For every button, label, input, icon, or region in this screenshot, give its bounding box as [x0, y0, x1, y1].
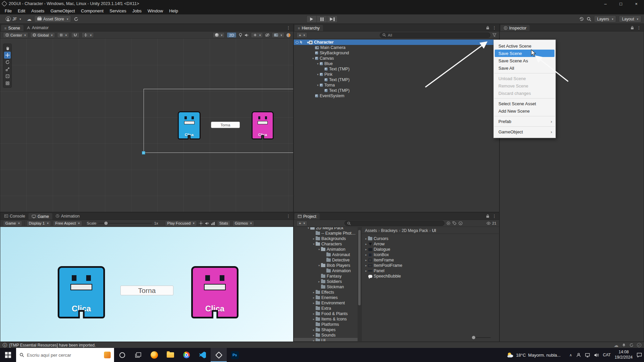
menu-item-set-active-scene[interactable]: Set Active Scene [494, 42, 555, 50]
hierarchy-item-text-tmp[interactable]: Text (TMP) [294, 77, 499, 82]
menu-item-select-scene-asset[interactable]: Select Scene Asset [494, 100, 555, 107]
step-button[interactable] [327, 15, 338, 23]
project-search-input[interactable] [344, 221, 444, 226]
taskbar-app-unity[interactable] [211, 348, 227, 362]
draw-mode-dropdown[interactable] [213, 32, 225, 38]
folder-enemies[interactable]: ▸Enemies [294, 295, 358, 300]
project-menu-icon[interactable]: ⋮ [492, 214, 496, 218]
scene-viewport[interactable]: Clica Torna Clica [0, 39, 293, 212]
taskbar-app-explorer[interactable] [162, 348, 178, 362]
taskbar-app-chrome[interactable] [178, 348, 195, 362]
folder-sounds[interactable]: ▸Sounds [294, 333, 358, 338]
menu-file[interactable]: File [2, 7, 15, 14]
folder-platforms[interactable]: Platforms [294, 322, 358, 327]
thumbnail-size-knob[interactable] [472, 336, 475, 339]
network-icon[interactable] [585, 353, 590, 357]
taskbar-app-vscode[interactable] [195, 348, 211, 362]
ready-status-icon[interactable]: ✓ [637, 343, 641, 347]
menu-item-save-scene-as[interactable]: Save Scene As [494, 57, 555, 64]
menu-item-prefab[interactable]: Prefab› [494, 118, 555, 125]
scene-effects-dropdown[interactable] [251, 32, 263, 38]
search-icon[interactable] [587, 17, 591, 21]
crumb-assets[interactable]: Assets [365, 228, 377, 233]
asset-info-icon[interactable] [459, 221, 463, 225]
visibility-gutter-icon[interactable] [295, 41, 299, 44]
game-viewport[interactable]: Clica Torna Clica [0, 227, 293, 342]
folder-ui[interactable]: ▸UI [294, 338, 358, 341]
menu-item-save-scene[interactable]: Save Scene [495, 50, 554, 57]
folder-2d-mega-pack[interactable]: ▾2D Mega Pack [294, 227, 358, 231]
start-button[interactable] [0, 348, 16, 362]
gizmos-toggle-icon[interactable] [286, 33, 290, 37]
undo-history-icon[interactable] [579, 16, 584, 21]
status-message[interactable]: [TMP Essential Resources] have been impo… [9, 343, 96, 348]
move-tool[interactable] [4, 52, 11, 59]
play-focused-dropdown[interactable]: Play Focused [165, 221, 197, 226]
folder-environment[interactable]: ▸Environment [294, 300, 358, 306]
folder-blob-players[interactable]: ▾Blob Players [294, 263, 358, 268]
hierarchy-item-torna[interactable]: ▾Torna [294, 82, 499, 88]
search-highlight-icon[interactable] [104, 352, 111, 358]
hierarchy-menu-icon[interactable]: ⋮ [492, 26, 496, 30]
game-menu-icon[interactable]: ⋮ [286, 214, 290, 218]
folder-stickman[interactable]: Stickman [294, 284, 358, 290]
rotate-tool[interactable] [4, 59, 11, 66]
asset-dialogue[interactable]: ▸Dialogue [364, 247, 499, 252]
hidden-count-indicator[interactable]: 21 [486, 221, 496, 225]
scene-audio-icon[interactable] [245, 33, 249, 37]
crumb-2d-mega-pack[interactable]: 2D Mega Pack [401, 228, 428, 233]
snap-increment-button[interactable] [71, 32, 79, 38]
play-button[interactable] [307, 15, 317, 23]
action-center-icon[interactable] [637, 353, 642, 358]
taskbar-app-firefox[interactable] [146, 348, 162, 362]
folder-animation-blob[interactable]: Animation [294, 268, 358, 274]
tree-scrollbar[interactable] [358, 227, 361, 341]
tab-game[interactable]: Game [29, 213, 52, 220]
tray-expand-icon[interactable]: ∧ [569, 353, 572, 357]
display-dropdown[interactable]: Display 1 [26, 221, 51, 226]
tab-inspector[interactable]: Inspector [500, 25, 530, 31]
tab-animation[interactable]: Animation [52, 213, 83, 220]
game-blue-character[interactable]: Clica [58, 266, 105, 318]
menu-assets[interactable]: Assets [28, 7, 47, 14]
metrics-icon[interactable] [211, 222, 215, 225]
tab-console[interactable]: Console [1, 213, 29, 220]
asset-arrow[interactable]: ▸Arrow [364, 241, 499, 247]
folder-detective[interactable]: Detective [294, 257, 358, 263]
asset-itemframe[interactable]: ▸ItemFrame [364, 257, 499, 263]
scene-visibility-icon[interactable] [265, 33, 270, 37]
canvas-pivot-handle[interactable] [142, 151, 145, 155]
search-filter-icon[interactable] [492, 33, 496, 37]
asset-iconbox[interactable]: ▸IconBox [364, 252, 499, 257]
sync-icon[interactable] [74, 17, 78, 21]
pause-button[interactable] [317, 15, 327, 23]
inspector-menu-icon[interactable]: ⋮ [637, 26, 641, 30]
vsync-icon[interactable] [199, 221, 203, 225]
add-object-button[interactable]: + [297, 32, 307, 38]
hierarchy-item-pink[interactable]: ▾Pink [294, 72, 499, 77]
rect-tool[interactable] [4, 73, 11, 80]
cloud-status-icon[interactable]: ☁ [614, 343, 619, 348]
tab-animator[interactable]: Animator [23, 24, 52, 31]
cortana-button[interactable] [114, 348, 130, 362]
folder-effects[interactable]: ▸Effects [294, 290, 358, 295]
mode-2d-button[interactable]: 2D [227, 32, 236, 38]
asset-cursors[interactable]: ▸Cursors [364, 236, 499, 241]
folder-backgrounds[interactable]: ▸Backgrounds [294, 236, 358, 241]
tab-project[interactable]: Project [294, 213, 320, 220]
close-button[interactable]: × [629, 0, 644, 7]
game-torna-button[interactable]: Torna [120, 286, 173, 295]
hierarchy-search-input[interactable]: All [380, 33, 490, 38]
menu-services[interactable]: Services [107, 7, 129, 14]
camera-settings-dropdown[interactable] [272, 32, 284, 38]
hierarchy-item-canvas[interactable]: ▾Canvas [294, 56, 499, 61]
hierarchy-item-text-tmp[interactable]: Text (TMP) [294, 66, 499, 72]
thumbnail-size-slider[interactable] [472, 337, 491, 338]
hand-tool[interactable] [4, 45, 11, 52]
tree-scrollbar-thumb[interactable] [358, 230, 361, 305]
add-asset-button[interactable]: + [297, 221, 307, 226]
menu-edit[interactable]: Edit [15, 7, 28, 14]
folder-shapes[interactable]: ▸Shapes [294, 327, 358, 333]
folder-items-icons[interactable]: ▸Items & Icons [294, 316, 358, 322]
mute-audio-icon[interactable] [205, 222, 209, 225]
